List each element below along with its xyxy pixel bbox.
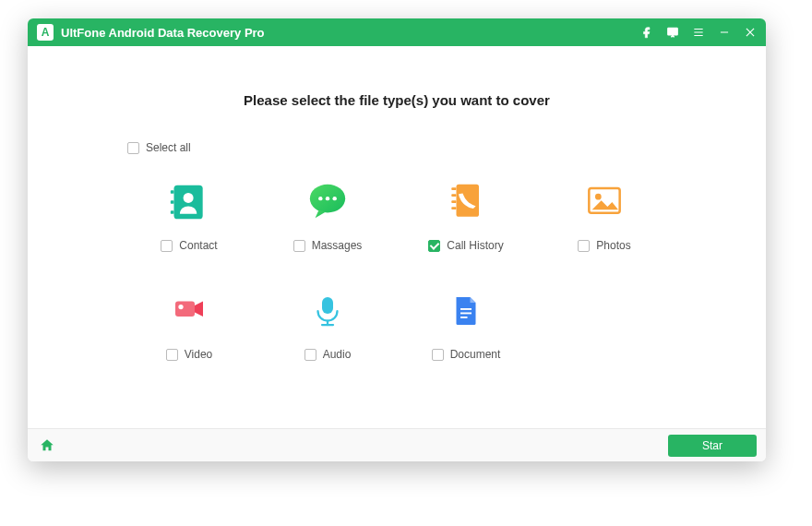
menu-icon[interactable] [692, 26, 705, 39]
tile-audio[interactable]: Audio [258, 289, 397, 361]
svg-point-15 [332, 197, 336, 200]
video-label: Video [185, 348, 212, 361]
svg-point-11 [184, 193, 194, 203]
photos-checkbox[interactable] [578, 240, 590, 252]
select-all-label: Select all [146, 141, 191, 154]
document-icon [444, 289, 488, 333]
svg-rect-0 [668, 28, 678, 35]
tile-messages[interactable]: Massages [258, 180, 397, 252]
svg-rect-19 [451, 200, 456, 203]
svg-rect-10 [171, 210, 174, 214]
page-heading: Please select the file type(s) you want … [28, 92, 766, 108]
photos-label: Photos [596, 239, 630, 252]
select-all-row[interactable]: Select all [127, 141, 766, 154]
contact-checkbox[interactable] [161, 240, 173, 252]
svg-rect-18 [451, 194, 456, 197]
tile-call-history[interactable]: Call History [397, 180, 535, 252]
contact-label: Contact [179, 239, 217, 252]
svg-rect-9 [171, 200, 174, 204]
minimize-icon[interactable] [718, 26, 731, 39]
svg-rect-8 [171, 190, 174, 194]
contact-icon [167, 180, 211, 224]
footer-bar: Star [28, 428, 766, 461]
audio-icon [305, 289, 350, 333]
svg-rect-17 [451, 187, 456, 190]
facebook-icon[interactable] [640, 26, 653, 39]
document-checkbox[interactable] [432, 349, 444, 361]
app-logo-icon: A [37, 24, 54, 41]
call-history-checkbox[interactable] [428, 240, 440, 252]
filetype-grid: Contact Massages [28, 180, 766, 361]
svg-rect-30 [460, 317, 468, 318]
document-label: Document [450, 348, 501, 361]
video-icon [167, 289, 211, 333]
svg-point-13 [318, 197, 322, 200]
video-checkbox[interactable] [166, 349, 178, 361]
photos-icon [582, 180, 627, 224]
feedback-icon[interactable] [666, 26, 679, 39]
audio-checkbox[interactable] [304, 349, 316, 361]
select-all-checkbox[interactable] [127, 142, 139, 154]
app-window: A UltFone Android Data Recovery Pro Plea… [28, 18, 766, 461]
svg-point-24 [178, 305, 183, 309]
tile-video[interactable]: Video [120, 289, 258, 361]
app-title: UltFone Android Data Recovery Pro [61, 26, 265, 40]
tile-photos[interactable]: Photos [535, 180, 674, 252]
messages-icon [305, 180, 350, 224]
tile-document[interactable]: Document [397, 289, 535, 361]
home-button[interactable] [37, 436, 57, 456]
close-icon[interactable] [744, 26, 757, 39]
messages-label: Massages [312, 239, 363, 252]
tile-contact[interactable]: Contact [120, 180, 258, 252]
audio-label: Audio [323, 348, 352, 361]
titlebar: A UltFone Android Data Recovery Pro [28, 18, 766, 46]
content-area: Please select the file type(s) you want … [28, 46, 766, 428]
svg-point-22 [595, 194, 602, 200]
messages-checkbox[interactable] [293, 240, 305, 252]
svg-rect-28 [460, 308, 472, 310]
svg-rect-20 [451, 207, 456, 209]
star-button[interactable]: Star [668, 435, 757, 457]
svg-rect-29 [460, 313, 472, 315]
svg-point-14 [326, 197, 329, 200]
call-history-icon [444, 180, 488, 224]
svg-rect-25 [322, 297, 333, 314]
svg-rect-16 [457, 185, 480, 217]
svg-rect-23 [175, 302, 195, 317]
call-history-label: Call History [447, 239, 503, 252]
